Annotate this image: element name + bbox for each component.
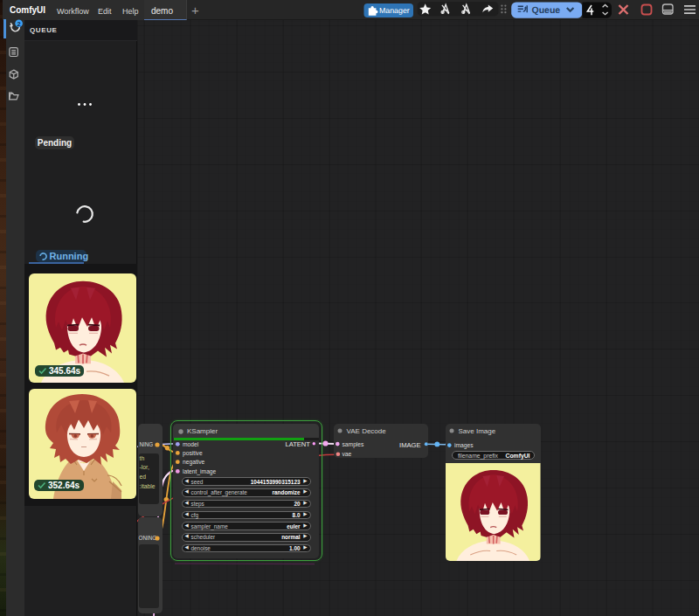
svg-text:2: 2	[17, 19, 21, 27]
svg-text:Queue: Queue	[532, 5, 561, 16]
svg-text:Manager: Manager	[379, 6, 410, 15]
